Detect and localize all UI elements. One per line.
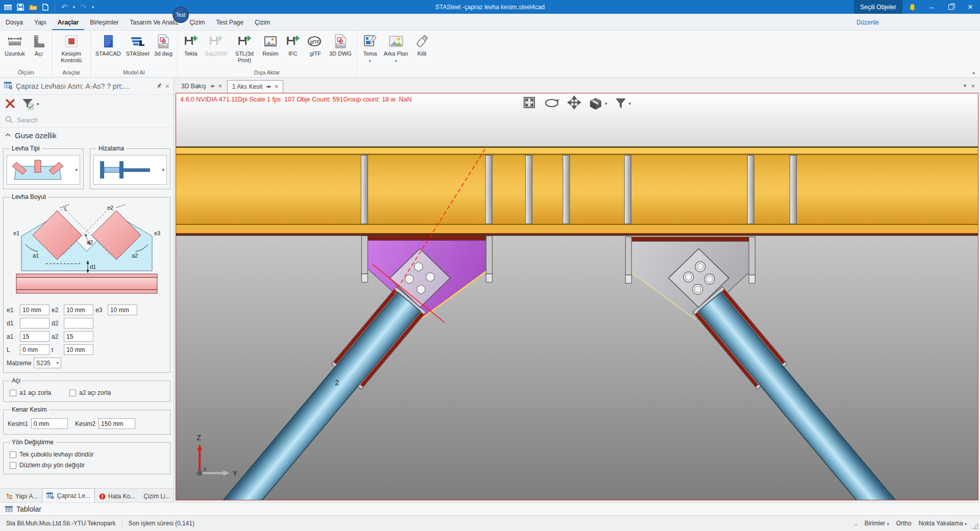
tab-cizim-listesi[interactable]: Çizim Li... xyxy=(139,490,175,502)
tek-cubuklu-levha-dondur-checkbox[interactable]: Tek çubuklu levhayı döndür xyxy=(10,451,164,458)
a1-input[interactable] xyxy=(20,331,50,342)
save-button[interactable] xyxy=(17,4,24,11)
duzlem-disi-yon-degistir-checkbox[interactable]: Düzlem dışı yön değiştir xyxy=(10,462,164,469)
L-input[interactable] xyxy=(20,344,50,355)
search-input[interactable] xyxy=(17,116,144,124)
ribbon-group-view: Tema ▾ Arka Plan ▾ Kilit xyxy=(357,31,435,77)
kesim2-input[interactable] xyxy=(99,418,135,429)
tema-button[interactable]: Tema ▾ xyxy=(359,33,381,64)
minimize-button[interactable]: – xyxy=(922,0,941,14)
viewport-canvas[interactable]: 4.6.0 NVIDIA 471.11Dpi Scale 1 fps: 107 … xyxy=(176,93,978,500)
viewport-3d-scene[interactable]: 2 Z Y X xyxy=(176,93,978,500)
notifications-bell-icon[interactable] xyxy=(902,0,922,14)
undo-button[interactable]: ↶ xyxy=(61,3,68,11)
panel-close-icon[interactable]: × xyxy=(165,82,169,90)
a2-input[interactable] xyxy=(64,331,93,342)
delete-button[interactable] xyxy=(5,98,15,110)
snap-dropdown[interactable]: Nokta Yakalama ▾ xyxy=(919,520,967,527)
close-button[interactable]: × xyxy=(961,0,980,14)
pin-icon[interactable] xyxy=(266,84,271,89)
viewport-tab-1-aks-kesit[interactable]: 1 Aks Kesit × xyxy=(227,80,283,93)
caret-down-icon: ▾ xyxy=(57,361,59,365)
section-guse-ozellik[interactable]: Guse özellik xyxy=(0,128,174,143)
search-icon xyxy=(5,116,13,125)
menu-tab-yapi[interactable]: Yapı xyxy=(29,15,52,30)
hizalama-groupbox: Hizalama ▾ xyxy=(90,145,170,189)
a1-aci-zorla-checkbox[interactable]: a1 açı zorla xyxy=(10,389,51,396)
3d-dwg-export-button[interactable]: DWG 3D DWG xyxy=(327,33,354,58)
export-floppy-icon-disabled xyxy=(208,34,224,49)
tekla-export-button[interactable]: Tekla xyxy=(180,33,202,58)
kilit-button[interactable]: Kilit xyxy=(411,33,433,58)
gusset-dimension-diagram: L e2 e1 e3 d2 d1 ​ a1 a2 xyxy=(10,204,163,301)
a2-aci-zorla-checkbox[interactable]: a2 açı zorla xyxy=(69,389,111,396)
menu-tab-cizim-2[interactable]: Çizim xyxy=(249,15,276,30)
arka-plan-button[interactable]: Arka Plan ▾ xyxy=(381,33,411,64)
menu-tab-birlesimler[interactable]: Birleşimler xyxy=(84,15,124,30)
menu-tab-araclar[interactable]: Araçlar xyxy=(52,15,84,30)
d2-input[interactable] xyxy=(64,318,93,328)
viewport-tab-3d-bakis[interactable]: 3D Bakış × xyxy=(176,80,227,93)
3d-dwg-import-button[interactable]: DWG 3d dwg xyxy=(152,33,175,58)
kesisim-kontrolu-button[interactable]: Kesişim Kontrolü xyxy=(55,33,88,64)
redo-button[interactable]: ↷ xyxy=(80,3,87,11)
hizalama-dropdown[interactable]: ▾ xyxy=(93,155,167,185)
restore-button[interactable] xyxy=(941,0,961,14)
new-file-button[interactable] xyxy=(42,4,48,11)
dwg-file-icon: DWG xyxy=(334,34,347,49)
tab-list-caret-icon[interactable]: ▾ xyxy=(964,83,966,90)
angle-ruler-icon xyxy=(32,34,45,49)
open-folder-button[interactable] xyxy=(29,4,37,10)
kesim1-input[interactable] xyxy=(31,418,68,429)
svg-text:DWG: DWG xyxy=(160,44,167,47)
filter-button[interactable]: ▾ xyxy=(21,98,39,110)
sta4cad-button[interactable]: STA4CAD xyxy=(93,33,124,58)
levha-tipi-dropdown[interactable]: ▾ xyxy=(7,155,80,185)
e3-input[interactable] xyxy=(108,305,137,315)
menu-tab-dosya[interactable]: Dosya xyxy=(0,15,29,30)
pin-icon[interactable] xyxy=(156,82,162,90)
stasteel-button[interactable]: STASteel xyxy=(124,33,152,58)
duzenle-link[interactable]: Düzenle xyxy=(856,19,879,30)
d1-input[interactable] xyxy=(20,318,50,328)
e1-input[interactable] xyxy=(20,305,50,315)
selected-objects-button[interactable]: Seçili Objeler xyxy=(854,0,902,14)
gltf-export-button[interactable]: glTF glTF xyxy=(304,33,327,58)
display-filter-button[interactable]: ▾ xyxy=(615,97,631,110)
close-tab-icon[interactable]: × xyxy=(218,83,222,90)
alignment-preview xyxy=(96,157,157,183)
tab-hata-konsolu[interactable]: Hata Ko... xyxy=(95,490,139,502)
svg-text:a1: a1 xyxy=(33,252,39,259)
stl-3d-print-button[interactable]: STL(3d Print) xyxy=(230,33,259,64)
close-tab-icon[interactable]: × xyxy=(275,83,278,90)
close-tab-group-icon[interactable]: × xyxy=(971,83,975,90)
fit-view-button[interactable] xyxy=(522,95,536,111)
units-dropdown[interactable]: Birimler ▾ xyxy=(865,520,889,527)
ortho-toggle[interactable]: Ortho xyxy=(896,520,912,527)
properties-panel: Çapraz Levhası Asm: A-As? ? prt:... × ▾ … xyxy=(0,78,174,502)
aci-button[interactable]: Açı xyxy=(28,33,50,58)
t-input[interactable] xyxy=(64,344,93,355)
malzeme-select[interactable]: S235 ▾ xyxy=(34,358,61,368)
svg-text:glTF: glTF xyxy=(310,39,320,44)
gltf-logo-icon: glTF xyxy=(307,34,324,49)
ribbon-group-model-al: STA4CAD STASteel DWG 3d dwg Model Al xyxy=(91,31,178,77)
tab-capraz-levhasi[interactable]: Çapraz Le... xyxy=(42,488,94,502)
customize-toolbar-icon[interactable]: ▾ xyxy=(92,5,94,10)
resize-grip[interactable] xyxy=(972,523,978,529)
uzunluk-button[interactable]: Uzunluk xyxy=(2,33,28,58)
tables-bar[interactable]: Tablolar xyxy=(0,502,980,515)
ifc-export-button[interactable]: IFC xyxy=(282,33,304,58)
tab-yapi-agaci[interactable]: Yapı A... xyxy=(2,490,42,502)
orbit-button[interactable] xyxy=(544,96,560,110)
ribbon-collapse-icon[interactable]: ▴ xyxy=(972,69,975,75)
pin-icon[interactable] xyxy=(210,84,215,89)
menu-tab-test-page[interactable]: Test Page xyxy=(211,15,249,30)
undo-dropdown-caret-icon[interactable]: ▾ xyxy=(73,5,76,10)
resim-export-button[interactable]: Resim xyxy=(259,33,282,58)
length-ruler-icon xyxy=(7,34,22,49)
pan-button[interactable] xyxy=(567,95,581,111)
e2-input[interactable] xyxy=(64,305,93,315)
svg-text:e3: e3 xyxy=(154,230,160,236)
view-cube-button[interactable]: ▾ xyxy=(589,96,607,111)
